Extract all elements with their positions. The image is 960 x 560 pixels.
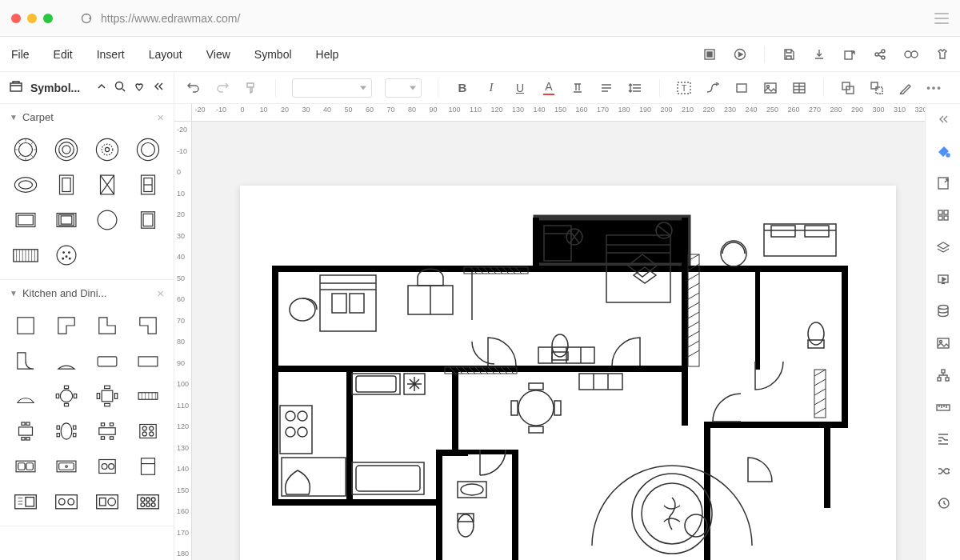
address-bar[interactable]: https://www.edrawmax.com/ bbox=[72, 7, 934, 30]
shape-counter-curve[interactable] bbox=[6, 345, 44, 377]
menu-symbol[interactable]: Symbol bbox=[254, 48, 292, 61]
maximize-window-icon[interactable] bbox=[43, 14, 53, 23]
floor-plan-drawing[interactable] bbox=[272, 210, 864, 560]
shape-counter-l2[interactable] bbox=[89, 310, 126, 342]
redo-icon[interactable] bbox=[214, 80, 230, 96]
pen-icon[interactable] bbox=[898, 80, 914, 96]
shape-carpet-round-3[interactable] bbox=[89, 134, 126, 166]
shape-carpet-rect-6[interactable] bbox=[130, 204, 167, 236]
layers-icon[interactable] bbox=[934, 238, 952, 256]
history-icon[interactable] bbox=[934, 494, 952, 512]
table-icon[interactable] bbox=[791, 80, 807, 96]
shape-stove-1[interactable] bbox=[130, 415, 167, 447]
shape-fridge[interactable] bbox=[130, 450, 167, 482]
shape-carpet-round-1[interactable] bbox=[6, 134, 44, 166]
present-icon[interactable] bbox=[934, 270, 952, 288]
shape-table-half[interactable] bbox=[6, 380, 44, 412]
close-window-icon[interactable] bbox=[11, 14, 21, 23]
close-icon[interactable]: × bbox=[157, 110, 164, 124]
shape-carpet-rect-3[interactable] bbox=[130, 169, 167, 201]
shape-sink-1[interactable] bbox=[6, 450, 44, 482]
page-export-icon[interactable] bbox=[934, 174, 952, 192]
shape-counter-l3[interactable] bbox=[130, 310, 167, 342]
menu-file[interactable]: File bbox=[11, 48, 30, 61]
menu-help[interactable]: Help bbox=[316, 48, 339, 61]
share-icon[interactable] bbox=[874, 48, 886, 61]
shape-carpet-rect-1[interactable] bbox=[47, 169, 85, 201]
view-icon[interactable] bbox=[904, 50, 918, 59]
canvas-viewport[interactable] bbox=[192, 122, 925, 560]
shape-stove-2[interactable] bbox=[89, 450, 126, 482]
text-highlight-icon[interactable] bbox=[570, 80, 586, 96]
align-icon[interactable] bbox=[598, 80, 614, 96]
shape-table-sq-4[interactable] bbox=[89, 380, 126, 412]
line-spacing-icon[interactable] bbox=[627, 80, 643, 96]
shape-sink-2[interactable] bbox=[47, 450, 85, 482]
play-icon[interactable] bbox=[734, 48, 746, 61]
shape-carpet-circle[interactable] bbox=[89, 204, 126, 236]
picture-icon[interactable] bbox=[934, 334, 952, 352]
search-icon[interactable] bbox=[114, 81, 126, 94]
pagebreak-icon[interactable] bbox=[934, 430, 952, 448]
download-icon[interactable] bbox=[813, 48, 826, 61]
shape-carpet-oval[interactable] bbox=[6, 169, 44, 201]
panel-header-kitchen[interactable]: ▼ Kitchen and Dini... × bbox=[0, 280, 174, 306]
shape-carpet-rect-2[interactable] bbox=[89, 169, 126, 201]
shape-appliance-2[interactable] bbox=[47, 486, 85, 518]
collapse-right-icon[interactable] bbox=[934, 110, 952, 128]
chevron-up-icon[interactable] bbox=[97, 82, 106, 94]
shape-counter-l1[interactable] bbox=[47, 310, 85, 342]
font-color-button[interactable]: A bbox=[541, 80, 557, 96]
shape-table-strip[interactable] bbox=[130, 380, 167, 412]
bold-button[interactable]: B bbox=[454, 80, 470, 96]
close-icon[interactable]: × bbox=[157, 286, 164, 300]
shuffle-icon[interactable] bbox=[934, 462, 952, 480]
shape-appliance-3[interactable] bbox=[89, 486, 126, 518]
library-icon[interactable] bbox=[10, 81, 22, 94]
shape-carpet-round-2[interactable] bbox=[47, 134, 85, 166]
ungroup-icon[interactable] bbox=[869, 80, 885, 96]
menu-insert[interactable]: Insert bbox=[97, 48, 125, 61]
save-icon[interactable] bbox=[782, 48, 795, 61]
shape-table-rect-2[interactable] bbox=[6, 415, 44, 447]
shape-carpet-rect-5[interactable] bbox=[47, 204, 85, 236]
font-family-select[interactable] bbox=[292, 78, 372, 98]
fill-tool-icon[interactable] bbox=[934, 142, 952, 160]
shape-table-round-4[interactable] bbox=[47, 380, 85, 412]
browser-menu-icon[interactable] bbox=[934, 13, 949, 24]
shape-table-oval[interactable] bbox=[47, 415, 85, 447]
menu-layout[interactable]: Layout bbox=[149, 48, 182, 61]
shape-counter-rect2[interactable] bbox=[130, 345, 167, 377]
ruler-settings-icon[interactable] bbox=[934, 398, 952, 416]
menu-edit[interactable]: Edit bbox=[54, 48, 73, 61]
format-painter-icon[interactable] bbox=[243, 80, 259, 96]
drawing-page[interactable] bbox=[240, 186, 896, 560]
shape-carpet-round-4[interactable] bbox=[130, 134, 167, 166]
fullscreen-icon[interactable] bbox=[703, 48, 716, 61]
group-icon[interactable] bbox=[840, 80, 856, 96]
shape-rect-icon[interactable] bbox=[734, 80, 750, 96]
shape-carpet-dots[interactable] bbox=[47, 239, 85, 271]
shape-carpet-hatch[interactable] bbox=[6, 239, 44, 271]
shape-appliance-1[interactable] bbox=[6, 486, 44, 518]
more-icon[interactable]: ••• bbox=[926, 80, 942, 96]
panel-header-carpet[interactable]: ▼ Carpet × bbox=[0, 104, 174, 130]
shape-counter-arc[interactable] bbox=[47, 345, 85, 377]
shirt-icon[interactable] bbox=[936, 48, 949, 61]
heart-icon[interactable] bbox=[134, 81, 145, 94]
underline-button[interactable]: U bbox=[512, 80, 528, 96]
minimize-window-icon[interactable] bbox=[27, 14, 37, 23]
image-insert-icon[interactable] bbox=[762, 80, 778, 96]
text-tool-icon[interactable]: T bbox=[676, 80, 692, 96]
shape-carpet-rect-4[interactable] bbox=[6, 204, 44, 236]
menu-view[interactable]: View bbox=[206, 48, 230, 61]
grid-icon[interactable] bbox=[934, 206, 952, 224]
italic-button[interactable]: I bbox=[483, 80, 499, 96]
tree-icon[interactable] bbox=[934, 366, 952, 384]
undo-icon[interactable] bbox=[186, 80, 202, 96]
shape-counter-1[interactable] bbox=[6, 310, 44, 342]
shape-counter-rect[interactable] bbox=[89, 345, 126, 377]
shape-appliance-4[interactable] bbox=[130, 486, 167, 518]
collapse-left-icon[interactable] bbox=[153, 82, 164, 94]
database-icon[interactable] bbox=[934, 302, 952, 320]
